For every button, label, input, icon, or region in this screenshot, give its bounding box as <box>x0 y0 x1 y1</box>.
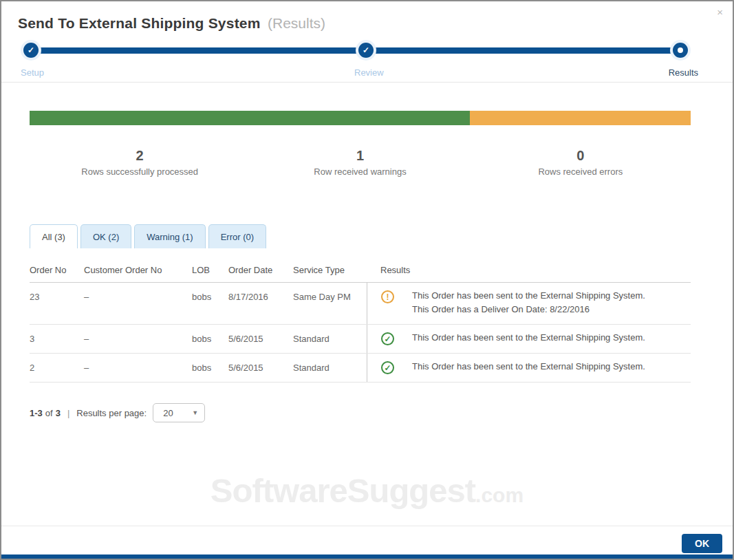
tab-warning[interactable]: Warning (1) <box>134 224 205 248</box>
close-icon[interactable]: × <box>717 7 723 17</box>
result-message: This Order has been sent to the External… <box>412 360 645 373</box>
step-review-check-icon: ✓ <box>358 43 374 58</box>
pagination-bar: 1-3 of 3 | Results per page: 20 ▼ <box>30 403 691 422</box>
table-row: 23 – bobs 8/17/2016 Same Day PM ! This O… <box>30 283 691 325</box>
cell-order-date: 8/17/2016 <box>228 283 293 324</box>
cell-order-date: 5/6/2015 <box>228 354 293 382</box>
cell-lob: bobs <box>192 283 228 324</box>
cell-order-no: 3 <box>30 325 84 353</box>
result-message: This Order has been sent to the External… <box>412 290 645 302</box>
pagination-total: 3 <box>56 408 61 418</box>
success-check-icon: ✓ <box>381 361 394 374</box>
step-label-setup: Setup <box>21 67 44 78</box>
cell-results: ✓ This Order has been sent to the Extern… <box>367 325 691 353</box>
wizard-stepper: ✓ ✓ Setup Review Results <box>1 41 733 83</box>
pagination-separator: | <box>67 408 69 418</box>
table-row: 2 – bobs 5/6/2015 Standard ✓ This Order … <box>30 354 691 383</box>
col-header-order-date: Order Date <box>228 265 293 275</box>
cell-order-no: 2 <box>30 354 84 382</box>
cell-customer-order-no: – <box>84 283 192 324</box>
cell-service-type: Same Day PM <box>293 283 367 324</box>
stat-error-label: Rows received errors <box>471 166 691 177</box>
watermark-suffix-text: .com <box>475 484 523 506</box>
ok-button[interactable]: OK <box>682 534 722 553</box>
stat-warning-value: 1 <box>250 148 470 164</box>
bottom-accent-strip <box>1 554 733 559</box>
cell-service-type: Standard <box>293 354 367 382</box>
step-setup-check-icon: ✓ <box>23 43 39 58</box>
result-messages: This Order has been sent to the External… <box>412 290 645 317</box>
results-table: Order No Customer Order No LOB Order Dat… <box>30 259 691 383</box>
softwaresuggest-watermark: SoftwareSuggest.com <box>1 471 733 510</box>
cell-order-date: 5/6/2015 <box>228 325 293 353</box>
tab-error[interactable]: Error (0) <box>208 224 266 248</box>
pagination-range: 1-3 <box>30 408 43 418</box>
step-results-dot-icon <box>673 43 688 58</box>
success-check-icon: ✓ <box>381 332 394 345</box>
cell-order-no: 23 <box>30 283 84 324</box>
result-summary-bar <box>30 111 691 125</box>
cell-lob: bobs <box>192 354 228 382</box>
table-row: 3 – bobs 5/6/2015 Standard ✓ This Order … <box>30 325 691 354</box>
cell-results: ! This Order has been sent to the Extern… <box>367 283 691 324</box>
result-messages: This Order has been sent to the External… <box>412 332 645 345</box>
warning-icon: ! <box>381 290 394 303</box>
stat-error: 0 Rows received errors <box>471 148 691 177</box>
success-segment <box>30 111 470 125</box>
result-message: This Order has been sent to the External… <box>412 332 645 344</box>
chevron-down-icon: ▼ <box>192 409 198 416</box>
step-label-results: Results <box>669 67 698 78</box>
stat-success-value: 2 <box>30 148 250 164</box>
stepper-track <box>31 47 678 54</box>
stat-success-label: Rows successfully processed <box>30 166 250 177</box>
modal-footer: OK <box>1 526 733 554</box>
result-message: This Order has a Deliver On Date: 8/22/2… <box>412 303 645 316</box>
cell-results: ✓ This Order has been sent to the Extern… <box>367 354 691 382</box>
col-header-service-type: Service Type <box>293 265 367 275</box>
results-per-page-label: Results per page: <box>76 408 147 418</box>
col-header-lob: LOB <box>192 265 228 275</box>
stat-warning-label: Row received warnings <box>250 166 470 177</box>
page-title: Send To External Shipping System <box>18 15 261 31</box>
cell-lob: bobs <box>192 325 228 353</box>
modal-content: 2 Rows successfully processed 1 Row rece… <box>1 111 733 422</box>
result-filter-tabs: All (3) OK (2) Warning (1) Error (0) <box>30 224 691 248</box>
col-header-order-no: Order No <box>30 265 84 275</box>
tab-all[interactable]: All (3) <box>30 224 78 248</box>
results-per-page-value: 20 <box>163 408 173 418</box>
pagination-of-label: of <box>45 408 53 418</box>
stat-error-value: 0 <box>471 148 691 164</box>
col-header-customer-order-no: Customer Order No <box>84 265 192 275</box>
col-header-results: Results <box>367 265 691 275</box>
results-per-page-select[interactable]: 20 ▼ <box>153 403 205 422</box>
result-messages: This Order has been sent to the External… <box>412 360 645 374</box>
cell-customer-order-no: – <box>84 325 192 353</box>
page-subtitle: (Results) <box>268 15 325 31</box>
warning-segment <box>470 111 691 125</box>
shipping-results-modal: Send To External Shipping System (Result… <box>0 0 734 560</box>
modal-header: Send To External Shipping System (Result… <box>1 1 733 32</box>
cell-customer-order-no: – <box>84 354 192 382</box>
result-stats: 2 Rows successfully processed 1 Row rece… <box>30 148 691 177</box>
cell-service-type: Standard <box>293 325 367 353</box>
tab-ok[interactable]: OK (2) <box>80 224 131 248</box>
watermark-main-text: SoftwareSuggest <box>211 472 475 509</box>
table-header-row: Order No Customer Order No LOB Order Dat… <box>30 259 691 283</box>
stat-warning: 1 Row received warnings <box>250 148 470 177</box>
step-label-review: Review <box>354 67 384 78</box>
stat-success: 2 Rows successfully processed <box>30 148 250 177</box>
